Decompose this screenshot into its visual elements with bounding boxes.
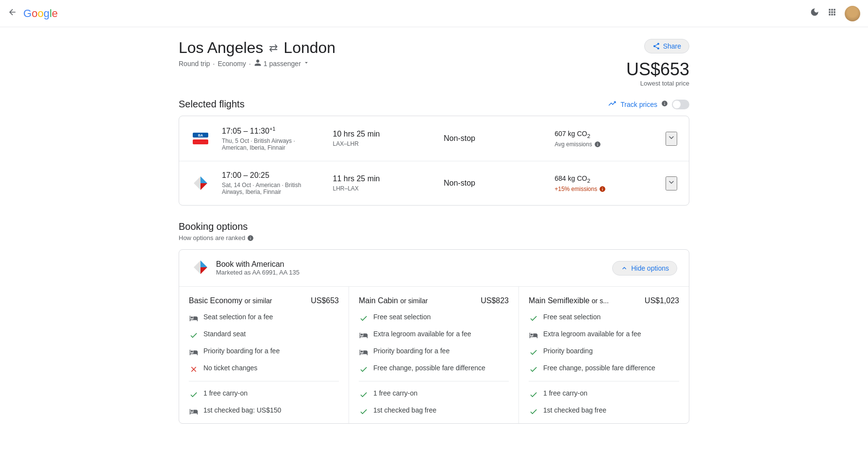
flight-2-depart: 17:00 xyxy=(222,171,241,179)
feat-text-priority-sf: Priority boarding xyxy=(543,347,593,355)
fare-feature-priority-boarding: Priority boarding for a fee xyxy=(189,347,339,357)
feat-text-priority-mc: Priority boarding for a fee xyxy=(373,347,450,355)
back-button[interactable] xyxy=(8,7,17,19)
fee-icon-checked-basic xyxy=(189,407,199,416)
share-button[interactable]: Share xyxy=(644,39,689,53)
flight-1-duration: 10 hrs 25 min xyxy=(333,130,433,138)
passenger-selector[interactable]: 1 passenger xyxy=(254,59,310,68)
fare-price-semiflexible: US$1,023 xyxy=(645,296,679,305)
fare-feature-free-change-sf: Free change, possible fare difference xyxy=(529,364,679,374)
booking-airline-name: Book with American xyxy=(216,260,300,269)
share-label: Share xyxy=(663,42,681,50)
fare-extra-carryon-basic: 1 free carry-on xyxy=(189,389,339,399)
flight-2-route: LHR–LAX xyxy=(333,185,433,192)
check-icon-free-seat-sf xyxy=(529,313,538,323)
airline-logo-aa xyxy=(191,173,210,193)
ranking-info-icon[interactable] xyxy=(247,235,254,242)
page-header: Los Angeles ⇄ London Round trip · Econom… xyxy=(179,39,689,87)
track-prices-toggle[interactable] xyxy=(672,100,689,109)
flight-2-co2: 684 kg CO2 xyxy=(555,174,590,182)
svg-rect-1 xyxy=(193,139,208,144)
fare-extras-semiflexible: 1 free carry-on 1st checked bag free xyxy=(529,381,679,416)
feat-text-no-changes: No ticket changes xyxy=(203,364,257,372)
feat-text-free-seat-mc: Free seat selection xyxy=(373,313,431,321)
apps-icon[interactable] xyxy=(827,7,837,19)
fare-name-semiflexible: Main Semiflexible or s... xyxy=(529,296,609,305)
check-icon-carryon-basic xyxy=(189,390,199,399)
fare-feature-seat-selection: Seat selection for a fee xyxy=(189,313,339,323)
check-icon-carryon-mc xyxy=(359,390,368,399)
booking-options-title: Booking options xyxy=(179,221,689,232)
flight-1-date: Thu, 5 Oct · xyxy=(222,138,254,144)
fare-feature-free-seat-sf: Free seat selection xyxy=(529,313,679,323)
chevron-up-icon xyxy=(620,264,628,272)
feat-text-priority-fee: Priority boarding for a fee xyxy=(203,347,280,355)
ranking-info: How options are ranked xyxy=(179,234,689,242)
track-prices-info-icon[interactable] xyxy=(661,100,668,108)
flight-2-duration: 11 hrs 25 min xyxy=(333,174,433,183)
user-avatar[interactable] xyxy=(845,6,860,21)
hide-options-label: Hide options xyxy=(631,264,669,272)
flight-row-return: 17:00 – 20:25 Sat, 14 Oct · American · B… xyxy=(179,161,689,205)
booking-marketed-as: Marketed as AA 6991, AA 135 xyxy=(216,269,300,276)
destination-city: London xyxy=(284,39,335,57)
selected-flights-title: Selected flights xyxy=(179,99,245,110)
track-prices-label: Track prices xyxy=(620,101,657,108)
total-price: US$653 xyxy=(626,59,689,80)
flight-2-expand-button[interactable] xyxy=(666,176,677,190)
flight-2-emissions: 684 kg CO2 +15% emissions xyxy=(555,174,654,192)
fare-feature-standard-seat: Standard seat xyxy=(189,330,339,340)
fare-extras-basic-economy: 1 free carry-on 1st checked bag: US$150 xyxy=(189,381,339,416)
feat-text-free-seat-sf: Free seat selection xyxy=(543,313,601,321)
check-icon-free-change-mc xyxy=(359,364,368,374)
flight-1-stops: Non-stop xyxy=(444,134,543,143)
dot-separator-1: · xyxy=(213,60,215,68)
booking-airline-logo xyxy=(191,258,210,278)
booking-card-header: Book with American Marketed as AA 6991, … xyxy=(179,250,689,287)
flight-1-dash: – xyxy=(244,127,250,135)
flight-1-expand-button[interactable] xyxy=(666,132,677,146)
flight-1-time: 17:05 – 11:30+1 xyxy=(222,126,321,136)
google-logo: Google xyxy=(23,7,58,20)
fee-icon-legroom-sf xyxy=(529,330,538,340)
origin-city: Los Angeles xyxy=(179,39,263,57)
selected-flights-header: Selected flights Track prices xyxy=(179,99,689,110)
check-icon-free-seat-mc xyxy=(359,313,368,323)
booking-options-section: Booking options How options are ranked xyxy=(179,221,689,424)
check-icon-checked-mc xyxy=(359,407,368,416)
extra-text-checked-sf: 1st checked bag free xyxy=(543,406,606,414)
fare-feature-extra-legroom-sf: Extra legroom available for a fee xyxy=(529,330,679,340)
flight-2-date: Sat, 14 Oct · xyxy=(222,182,255,189)
fare-feature-priority-mc: Priority boarding for a fee xyxy=(359,347,509,357)
person-icon xyxy=(254,59,262,68)
check-icon-carryon-sf xyxy=(529,390,538,399)
feat-text-legroom-mc: Extra legroom available for a fee xyxy=(373,330,471,338)
flight-2-dash: – xyxy=(244,171,250,179)
fare-feature-priority-sf: Priority boarding xyxy=(529,347,679,357)
check-icon-checked-sf xyxy=(529,407,538,416)
fee-icon-seat xyxy=(189,313,199,323)
feat-text-free-change-mc: Free change, possible fare difference xyxy=(373,364,485,372)
flight-1-emissions: 607 kg CO2 Avg emissions xyxy=(555,130,654,148)
fare-extra-checked-basic: 1st checked bag: US$150 xyxy=(189,406,339,416)
fee-icon-priority xyxy=(189,347,199,357)
fare-name-basic-economy: Basic Economy or similar xyxy=(189,296,272,305)
chevron-down-icon xyxy=(303,59,310,68)
check-icon-standard-seat xyxy=(189,330,199,340)
hide-options-button[interactable]: Hide options xyxy=(612,261,677,276)
fare-feature-free-seat-mc: Free seat selection xyxy=(359,313,509,323)
feat-text-legroom-sf: Extra legroom available for a fee xyxy=(543,330,641,338)
extra-text-checked-mc: 1st checked bag free xyxy=(373,406,436,414)
passenger-count: 1 passenger xyxy=(264,60,301,68)
flight-1-arrive: 11:30+1 xyxy=(250,127,276,135)
airline-logo-ba: BA xyxy=(191,129,210,148)
trip-type: Round trip xyxy=(179,60,210,68)
fare-extra-checked-sf: 1st checked bag free xyxy=(529,406,679,416)
fare-extras-main-cabin: 1 free carry-on 1st checked bag free xyxy=(359,381,509,416)
theme-toggle-icon[interactable] xyxy=(810,7,819,19)
flight-2-time: 17:00 – 20:25 xyxy=(222,171,321,180)
fare-options-grid: Basic Economy or similar US$653 Seat sel… xyxy=(179,287,689,423)
dot-separator-2: · xyxy=(249,60,251,68)
fare-extra-carryon-sf: 1 free carry-on xyxy=(529,389,679,399)
flight-2-duration-col: 11 hrs 25 min LHR–LAX xyxy=(333,174,433,192)
